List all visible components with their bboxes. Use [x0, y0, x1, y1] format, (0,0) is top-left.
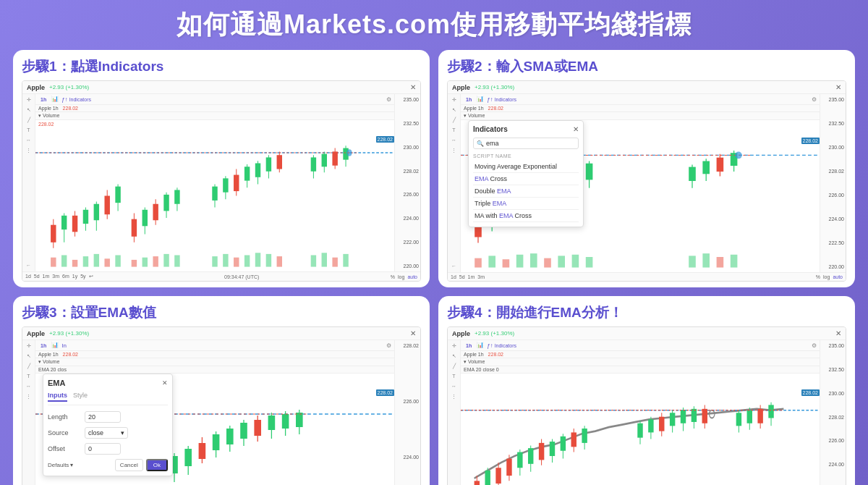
ok-button[interactable]: Ok [146, 459, 168, 471]
chart-4-close[interactable]: ✕ [835, 329, 841, 337]
tf-1h-4[interactable]: 1h [464, 342, 474, 349]
tf-1h-3[interactable]: 1h [38, 342, 48, 349]
text-icon-3[interactable]: T [25, 373, 33, 380]
measure-icon[interactable]: ↔ [25, 137, 33, 144]
arrow-icon-3[interactable]: ↖ [25, 353, 33, 360]
line-icon-2[interactable]: ╱ [451, 117, 458, 124]
settings-icon-1[interactable]: ⚙ [386, 96, 391, 103]
indicators-panel-close[interactable]: ✕ [573, 125, 579, 133]
svg-rect-132 [282, 414, 289, 429]
measure-icon-4[interactable]: ↔ [451, 383, 458, 390]
more-icon-4[interactable]: ⋮ [451, 393, 458, 400]
indicators-btn-2[interactable]: ƒ↑ Indicators [487, 96, 516, 103]
svg-rect-107 [586, 257, 593, 268]
arrow-icon[interactable]: ↖ [25, 106, 33, 114]
svg-rect-184 [736, 413, 741, 426]
back-icon[interactable]: ← [25, 262, 33, 269]
defaults-btn[interactable]: Defaults ▾ [48, 462, 73, 468]
chart-2-close[interactable]: ✕ [835, 83, 841, 91]
svg-rect-150 [485, 471, 490, 485]
indicator-item-2[interactable]: EMA Cross [473, 173, 579, 185]
indicators-btn-3[interactable]: In [61, 342, 67, 349]
tf-1h[interactable]: 1h [38, 96, 48, 103]
ema-tab-inputs[interactable]: Inputs [48, 392, 67, 402]
text-icon[interactable]: T [25, 127, 33, 134]
chart-2-bottom: 1d5d1m3m % log auto [448, 272, 846, 281]
cancel-button[interactable]: Cancel [115, 459, 143, 471]
ema-tab-style[interactable]: Style [73, 392, 88, 402]
ema-panel-close[interactable]: ✕ [162, 379, 168, 387]
arrow-icon-2[interactable]: ↖ [451, 106, 458, 114]
chart-4-tf-bar: 1h 📊 ƒ↑ Indicators ⚙ [461, 340, 820, 351]
svg-rect-49 [72, 260, 77, 267]
svg-rect-60 [223, 254, 228, 267]
offset-input[interactable]: 0 [85, 443, 121, 455]
chart-3-right-prices: 228.02 226.00 224.00 222.00 [394, 340, 420, 485]
text-icon-2[interactable]: T [451, 127, 458, 134]
chart-3-ema: ▾ Volume [35, 358, 394, 366]
chart-3-price: +2.93 (+1.30%) [49, 330, 89, 337]
candle-icon[interactable]: 📊 [51, 96, 59, 103]
indicators-btn-4[interactable]: ƒ↑ Indicators [487, 342, 516, 349]
crosshair-icon-2[interactable]: ✛ [451, 96, 458, 104]
arrow-icon-4[interactable]: ↖ [451, 353, 458, 360]
candle-icon-2[interactable]: 📊 [477, 96, 484, 103]
chart-2-volume: ▾ Volume [461, 112, 820, 120]
more-icon-2[interactable]: ⋮ [451, 147, 458, 154]
line-icon-3[interactable]: ╱ [25, 363, 33, 370]
svg-rect-52 [104, 258, 109, 266]
chart-3-ema-label: EMA 20 clos [35, 366, 394, 374]
candle-icon-3[interactable]: 📊 [51, 342, 59, 349]
source-select[interactable]: close ▾ [85, 427, 128, 439]
step-2-card: 步驟2：輸入SMA或EMA Apple +2.93 (+1.30%) ✕ ✛ ↖… [438, 50, 855, 287]
chart-3-close[interactable]: ✕ [410, 329, 416, 337]
svg-rect-111 [731, 255, 738, 268]
svg-rect-69 [343, 254, 348, 267]
step-2-title: 步驟2：輸入SMA或EMA [447, 57, 846, 76]
svg-rect-56 [153, 256, 158, 266]
length-input[interactable]: 20 [85, 411, 121, 423]
settings-icon-4[interactable]: ⚙ [812, 342, 817, 349]
svg-rect-126 [240, 423, 247, 439]
crosshair-icon-3[interactable]: ✛ [25, 342, 33, 350]
chart-1-close[interactable]: ✕ [410, 83, 416, 91]
measure-icon-3[interactable]: ↔ [25, 383, 33, 390]
indicators-search-input[interactable]: ema [486, 140, 575, 147]
settings-icon-3[interactable]: ⚙ [386, 342, 391, 349]
more-icon-3[interactable]: ⋮ [25, 393, 33, 400]
indicator-item-5[interactable]: MA with EMA Cross [473, 210, 579, 222]
svg-rect-148 [475, 481, 480, 485]
tf-1h-2[interactable]: 1h [464, 96, 474, 103]
candle-icon-4[interactable]: 📊 [477, 342, 484, 349]
measure-icon-2[interactable]: ↔ [451, 137, 458, 144]
svg-rect-53 [115, 255, 120, 266]
crosshair-icon[interactable]: ✛ [25, 96, 33, 104]
line-icon[interactable]: ╱ [25, 117, 33, 124]
indicator-item-1[interactable]: Moving Average Exponential [473, 161, 579, 173]
back-icon-2[interactable]: ← [451, 263, 458, 270]
svg-rect-158 [528, 448, 533, 464]
text-icon-4[interactable]: T [451, 373, 458, 380]
source-label: Source [48, 429, 80, 436]
svg-rect-118 [184, 449, 192, 466]
svg-rect-32 [244, 166, 250, 180]
indicators-search-bar[interactable]: 🔍 ema [473, 138, 579, 149]
crosshair-icon-4[interactable]: ✛ [451, 342, 458, 350]
indicator-item-4[interactable]: Triple EMA [473, 198, 579, 210]
svg-rect-130 [268, 416, 276, 430]
svg-rect-14 [115, 187, 120, 203]
more-icon[interactable]: ⋮ [25, 147, 33, 154]
indicators-icon-3: In [61, 342, 67, 349]
indicators-btn-1[interactable]: ƒ↑ Indicators [61, 96, 91, 103]
indicators-icon-2: ƒ↑ [487, 96, 493, 103]
svg-rect-110 [717, 257, 724, 268]
indicator-item-3[interactable]: Double EMA [473, 185, 579, 198]
svg-rect-44 [332, 151, 337, 165]
svg-rect-96 [717, 158, 724, 172]
ema-field-source: Source close ▾ [48, 427, 168, 439]
svg-point-113 [735, 152, 742, 159]
line-icon-4[interactable]: ╱ [451, 363, 458, 370]
chart-1-time: 09:34:47 (UTC) [224, 274, 259, 279]
settings-icon-2[interactable]: ⚙ [812, 96, 817, 103]
candlesticks-1 [51, 146, 349, 266]
